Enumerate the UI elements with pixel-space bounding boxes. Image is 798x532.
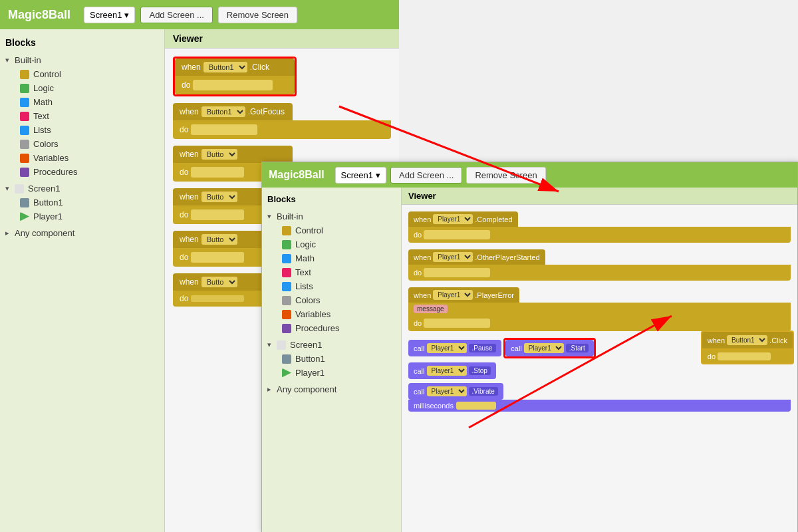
s-button1-icon bbox=[282, 354, 291, 364]
do-slot-other bbox=[424, 268, 490, 277]
player1-other-dropdown[interactable]: Player1 bbox=[433, 252, 473, 262]
stop-dropdown[interactable]: Player1 bbox=[427, 366, 467, 376]
main-any-component[interactable]: ▸ Any component bbox=[0, 226, 164, 240]
main-screen1-toggle[interactable]: ▾ Screen1 bbox=[0, 182, 164, 196]
butto5-dropdown[interactable]: Butto bbox=[201, 234, 237, 245]
second-block-logic[interactable]: Logic bbox=[277, 237, 401, 251]
main-builtin-children: Control Logic Math Text Lists bbox=[0, 67, 164, 179]
s-screen1-icon bbox=[277, 340, 286, 350]
second-block-lists[interactable]: Lists bbox=[277, 279, 401, 293]
do-player1-otherstarted: do bbox=[408, 265, 791, 281]
second-window: Magic8Ball Screen1 ▾ Add Screen ... Remo… bbox=[261, 162, 798, 532]
main-remove-screen-button[interactable]: Remove Screen bbox=[218, 7, 297, 23]
do-slot5 bbox=[191, 252, 244, 263]
second-player1[interactable]: Player1 bbox=[277, 366, 401, 380]
butto3-dropdown[interactable]: Butto bbox=[201, 149, 237, 160]
player1-completed-dropdown[interactable]: Player1 bbox=[433, 214, 473, 224]
floating-button-dropdown[interactable]: Button1 bbox=[727, 335, 767, 345]
second-viewer-content: when Player1 .Completed do when Player1 … bbox=[402, 205, 797, 530]
main-block-procedures[interactable]: Procedures bbox=[15, 165, 164, 179]
second-builtin-toggle[interactable]: ▾ Built-in bbox=[262, 209, 401, 223]
block-call-pause: call Player1 .Pause bbox=[408, 340, 501, 356]
start-dropdown[interactable]: Player1 bbox=[524, 343, 564, 353]
block-player1-completed: when Player1 .Completed do bbox=[408, 211, 791, 243]
second-content: Blocks ▾ Built-in Control Logic Math bbox=[262, 188, 797, 532]
second-viewer-panel: Viewer when Player1 .Completed do bbox=[402, 188, 797, 532]
main-viewer-title: Viewer bbox=[165, 29, 399, 49]
error-params: message bbox=[408, 303, 791, 315]
do-button1-click: do bbox=[175, 76, 295, 94]
logic-color-icon bbox=[20, 84, 29, 93]
second-add-screen-button[interactable]: Add Screen ... bbox=[390, 167, 462, 184]
second-block-control[interactable]: Control bbox=[277, 223, 401, 237]
main-add-screen-button[interactable]: Add Screen ... bbox=[140, 7, 212, 23]
procedures-color-icon bbox=[20, 168, 29, 177]
floating-do-block: do bbox=[701, 350, 794, 364]
main-block-colors[interactable]: Colors bbox=[15, 137, 164, 151]
floating-do-slot bbox=[718, 352, 771, 360]
screen1-icon bbox=[15, 184, 24, 194]
main-block-math[interactable]: Math bbox=[15, 95, 164, 109]
vibrate-header: call Player1 .Vibrate bbox=[408, 383, 503, 400]
main-button1[interactable]: Button1 bbox=[15, 196, 164, 209]
when-player1-error: when Player1 .PlayerError bbox=[408, 287, 519, 303]
second-remove-screen-button[interactable]: Remove Screen bbox=[466, 167, 545, 184]
button1-gotfocus-dropdown[interactable]: Button1 bbox=[201, 106, 245, 117]
s-colors-icon bbox=[282, 296, 291, 305]
do-slot4 bbox=[191, 209, 244, 220]
butto4-dropdown[interactable]: Butto bbox=[201, 192, 237, 202]
main-screen-dropdown[interactable]: Screen1 ▾ bbox=[84, 7, 135, 23]
button1-dropdown[interactable]: Button1 bbox=[203, 62, 247, 72]
when-butto-3: when Butto bbox=[173, 146, 293, 163]
second-builtin-collapse-icon: ▾ bbox=[267, 212, 277, 221]
main-block-text[interactable]: Text bbox=[15, 109, 164, 123]
second-blocks-title: Blocks bbox=[262, 192, 401, 209]
main-block-logic[interactable]: Logic bbox=[15, 81, 164, 95]
do-slot bbox=[193, 80, 273, 90]
when-button1-click: when Button1 .Click bbox=[175, 59, 295, 76]
message-tag: message bbox=[414, 305, 448, 313]
do-slot-error bbox=[424, 319, 490, 328]
block-button1-gotfocus: when Button1 .GotFocus do bbox=[173, 103, 391, 139]
player1-icon bbox=[20, 212, 29, 221]
player1-error-dropdown[interactable]: Player1 bbox=[433, 290, 473, 300]
s-math-icon bbox=[282, 254, 291, 263]
main-block-variables[interactable]: Variables bbox=[15, 151, 164, 165]
main-block-control[interactable]: Control bbox=[15, 67, 164, 81]
vibrate-params: milliseconds bbox=[408, 400, 791, 412]
second-block-math[interactable]: Math bbox=[277, 251, 401, 265]
second-button1[interactable]: Button1 bbox=[277, 352, 401, 366]
second-screen1-children: Button1 Player1 bbox=[262, 352, 401, 380]
do-button1-gotfocus: do bbox=[173, 120, 391, 139]
millis-slot bbox=[456, 402, 496, 410]
second-any-component[interactable]: ▸ Any component bbox=[262, 382, 401, 396]
variables-color-icon bbox=[20, 154, 29, 163]
second-screen1-toggle[interactable]: ▾ Screen1 bbox=[262, 338, 401, 352]
floating-block-container: when Button1 .Click do bbox=[701, 331, 794, 364]
block-player1-error: when Player1 .PlayerError message do bbox=[408, 287, 791, 331]
do-slot2 bbox=[191, 124, 257, 135]
main-builtin-toggle[interactable]: ▾ Built-in bbox=[0, 53, 164, 67]
stop-method: .Stop bbox=[469, 366, 491, 375]
main-block-lists[interactable]: Lists bbox=[15, 123, 164, 137]
butto6-dropdown[interactable]: Butto bbox=[201, 277, 237, 287]
vibrate-method: .Vibrate bbox=[469, 387, 498, 396]
when-player1-completed: when Player1 .Completed bbox=[408, 211, 518, 227]
second-screen-dropdown[interactable]: Screen1 ▾ bbox=[335, 167, 386, 184]
block-highlight-border: when Button1 .Click do bbox=[173, 57, 297, 96]
s-lists-icon bbox=[282, 282, 291, 291]
pause-dropdown[interactable]: Player1 bbox=[427, 343, 467, 353]
vibrate-dropdown[interactable]: Player1 bbox=[427, 386, 467, 396]
s-control-icon bbox=[282, 226, 291, 235]
colors-color-icon bbox=[20, 140, 29, 149]
main-screen1-children: Button1 Player1 bbox=[0, 196, 164, 223]
second-block-procedures[interactable]: Procedures bbox=[277, 321, 401, 335]
second-block-text[interactable]: Text bbox=[277, 265, 401, 279]
main-player1[interactable]: Player1 bbox=[15, 209, 164, 223]
second-block-colors[interactable]: Colors bbox=[277, 293, 401, 307]
second-app-title: Magic8Ball bbox=[269, 169, 325, 181]
second-header: Magic8Ball Screen1 ▾ Add Screen ... Remo… bbox=[262, 162, 797, 188]
floating-when-block: when Button1 .Click bbox=[701, 331, 794, 350]
lists-color-icon bbox=[20, 126, 29, 135]
second-block-variables[interactable]: Variables bbox=[277, 307, 401, 321]
